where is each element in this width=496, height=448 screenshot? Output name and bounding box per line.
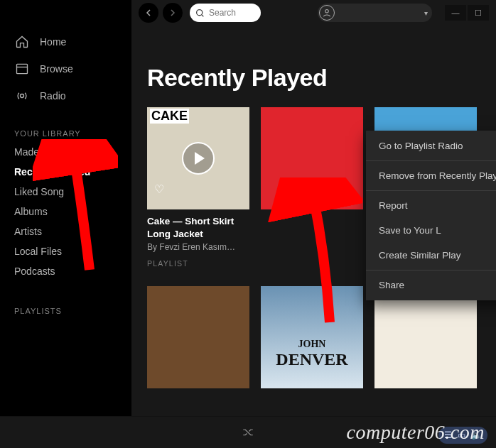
lib-liked-songs[interactable]: Liked Song [0,182,131,202]
album-cover[interactable]: JOHN DENVER [261,286,363,388]
nav-radio[interactable]: Radio [0,82,131,109]
nav-back-button[interactable] [139,3,158,23]
play-button[interactable] [182,142,215,175]
radio-icon [14,88,30,104]
card-title: Cake — Short Skirt Long Jacket [147,215,249,240]
lib-made-for-you[interactable]: Made For You [0,142,131,162]
media-card[interactable]: JOHN DENVER [261,286,363,388]
lib-recently-played[interactable]: Recently Played [0,162,131,182]
album-cover[interactable]: CAKE ♡ [147,107,249,209]
lib-artists[interactable]: Artists [0,222,131,241]
svg-point-1 [21,94,24,98]
lib-podcasts[interactable]: Podcasts [0,261,131,281]
cover-text: DENVER [261,350,363,369]
svg-point-2 [197,9,203,15]
card-type: PLAYLIST [147,259,249,268]
media-card[interactable] [261,107,363,268]
nav-forward-button[interactable] [163,3,183,23]
album-cover[interactable] [261,107,363,209]
library-header: YOUR LIBRARY [0,119,131,142]
ctx-save-to-library[interactable]: Save to Your L [366,218,496,243]
topbar: ▾ — ☐ [131,0,496,26]
browse-icon [14,61,30,77]
user-menu[interactable]: ▾ [318,4,432,22]
heart-icon[interactable]: ♡ [154,182,164,196]
lib-albums[interactable]: Albums [0,202,131,222]
album-cover[interactable] [374,286,477,388]
nav-radio-label: Radio [40,90,66,102]
media-card[interactable]: CAKE ♡ Cake — Short Skirt Long Jacket By… [147,107,249,268]
nav-home-label: Home [40,36,66,48]
user-name [340,8,419,18]
ctx-remove-from-recently-played[interactable]: Remove from Recently Played [366,163,496,188]
svg-point-3 [325,10,329,13]
album-cover[interactable] [147,286,249,388]
media-card[interactable] [147,286,249,388]
window-minimize-button[interactable]: — [445,5,466,21]
nav-browse-label: Browse [40,63,73,75]
user-avatar-icon [319,5,335,21]
main-content: ▾ — ☐ Recently Played CAKE ♡ [131,0,496,448]
window-maximize-button[interactable]: ☐ [468,5,489,21]
shuffle-icon[interactable] [242,426,254,439]
search-input[interactable] [209,8,252,18]
home-icon [14,34,30,50]
ctx-create-similar-playlist[interactable]: Create Similar Play [366,243,496,268]
card-subtitle: By Fevzi Eren Kasım… [147,242,249,252]
search-icon [195,9,205,18]
cover-text: JOHN [261,339,363,350]
search-box[interactable] [190,4,261,22]
ctx-report[interactable]: Report [366,193,496,218]
ctx-share[interactable]: Share [366,273,496,297]
watermark: computer06.com [347,421,485,444]
lib-local-files[interactable]: Local Files [0,241,131,261]
svg-rect-0 [17,64,28,73]
nav-home[interactable]: Home [0,28,131,55]
context-menu: Go to Playlist Radio Remove from Recentl… [366,131,496,300]
page-title: Recently Played [147,64,480,92]
media-card[interactable] [374,286,477,388]
sidebar: Home Browse Radio YOUR LIBRARY Made For … [0,0,131,448]
ctx-go-to-playlist-radio[interactable]: Go to Playlist Radio [366,133,496,158]
playlists-header: PLAYLISTS [0,297,131,319]
nav-browse[interactable]: Browse [0,55,131,82]
chevron-down-icon: ▾ [424,9,428,17]
recently-played-grid-row2: JOHN DENVER [147,286,480,388]
